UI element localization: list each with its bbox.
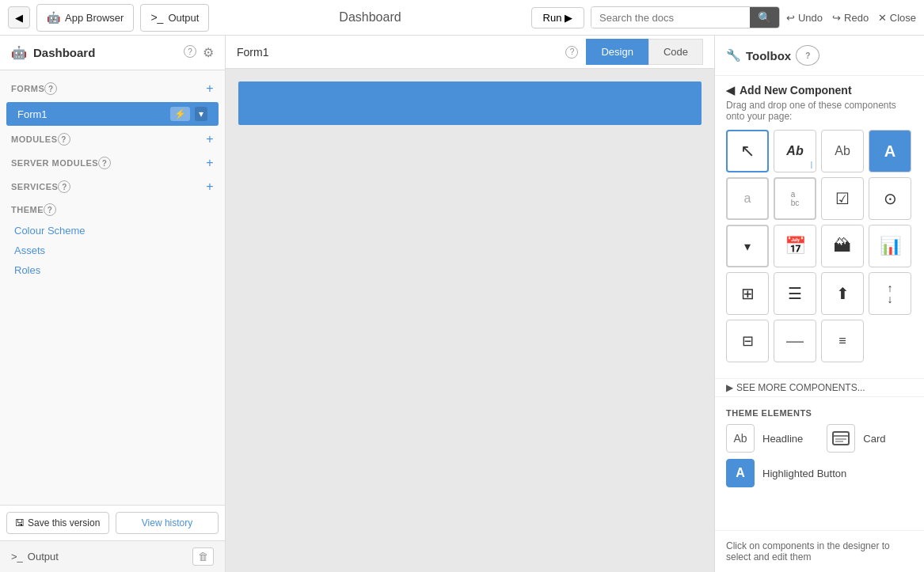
output-delete-button[interactable]: 🗑: [192, 547, 214, 566]
component-image[interactable]: 🏔: [821, 225, 864, 267]
modules-label: MODULES: [11, 134, 58, 144]
assets-link[interactable]: Assets: [11, 241, 214, 260]
checkbox-icon: ☑: [835, 189, 850, 208]
output-prefix: >_: [11, 551, 23, 563]
component-datepicker[interactable]: 📅: [774, 225, 816, 267]
component-radio[interactable]: ⊙: [869, 177, 911, 220]
theme-label: THEME: [11, 205, 44, 214]
canvas-header: Form1 ? Design Code: [226, 36, 714, 69]
see-more-label: SEE MORE COMPONENTS...: [736, 382, 865, 393]
form1-lightning-icon[interactable]: ⚡: [170, 107, 190, 121]
card-icon[interactable]: [827, 424, 855, 453]
toolbox-title: Toolbox: [746, 49, 791, 63]
search-bar: 🔍: [591, 6, 780, 28]
component-rich-text[interactable]: ≡: [821, 320, 864, 362]
form1-item[interactable]: Form1 ⚡ ▾: [6, 102, 219, 126]
view-history-link[interactable]: View history: [116, 512, 219, 534]
forms-label: FORMS: [11, 84, 44, 93]
input-icon: a: [744, 191, 751, 206]
component-text-cursor[interactable]: Ab |: [774, 130, 816, 172]
component-label[interactable]: Ab: [821, 130, 864, 172]
tab-design[interactable]: Design: [586, 39, 648, 65]
output-title: >_ Output: [11, 551, 192, 563]
tab-appbrowser[interactable]: 🤖 App Browser: [36, 4, 134, 32]
theme-links-section: Colour Scheme Assets Roles: [0, 221, 225, 280]
canvas-body[interactable]: [226, 69, 714, 572]
headline-icon[interactable]: Ab: [726, 424, 755, 453]
theme-element-headline: Ab Headline Card: [726, 424, 913, 453]
sidebar: 🤖 Dashboard ? ⚙ FORMS ? + Form1 ⚡ ▾: [0, 36, 226, 572]
appbrowser-tab-label: App Browser: [65, 12, 124, 24]
highlighted-button-icon[interactable]: A: [726, 459, 755, 487]
forms-help-icon[interactable]: ?: [44, 82, 57, 95]
theme-elements-title: THEME ELEMENTS: [726, 408, 913, 418]
tab-code[interactable]: Code: [648, 39, 703, 65]
hline-icon: —: [786, 331, 804, 351]
image-icon: 🏔: [834, 236, 851, 256]
save-version-button[interactable]: 🖫 Save this version: [6, 512, 109, 534]
search-button[interactable]: 🔍: [750, 7, 779, 28]
component-datagrid[interactable]: ⊞: [726, 272, 769, 315]
datagrid-icon: ⊞: [741, 284, 755, 303]
component-chart[interactable]: 📊: [869, 225, 911, 267]
component-input[interactable]: a: [726, 177, 769, 220]
label-icon: Ab: [835, 144, 850, 158]
undo-button[interactable]: ↩ Undo: [786, 12, 823, 24]
sidebar-help-icon[interactable]: ?: [184, 45, 196, 58]
theme-element-highlighted-button: A Highlighted Button: [726, 459, 913, 487]
canvas-help-icon[interactable]: ?: [565, 46, 578, 59]
add-service-button[interactable]: +: [206, 180, 214, 194]
back-button[interactable]: ◀: [8, 6, 30, 28]
services-section-header: SERVICES ? +: [0, 175, 225, 199]
roles-link[interactable]: Roles: [11, 260, 214, 280]
run-button[interactable]: Run ▶: [531, 7, 584, 28]
columns-icon: ⊟: [742, 332, 754, 350]
output-tab-label: Output: [168, 12, 199, 24]
chart-icon: 📊: [880, 236, 901, 256]
component-upload[interactable]: ⬆: [821, 272, 864, 315]
component-textarea[interactable]: abc: [774, 177, 816, 220]
tab-output[interactable]: >_ Output: [140, 4, 209, 32]
click-hint: Click on components in the designer to s…: [715, 530, 924, 572]
sidebar-header-icons: ? ⚙: [184, 45, 214, 60]
theme-help-icon[interactable]: ?: [44, 203, 56, 216]
radio-icon: ⊙: [884, 189, 897, 208]
see-more-button[interactable]: ▶ SEE MORE COMPONENTS...: [715, 378, 924, 397]
toolbox: 🔧 Toolbox ? ◀ Add New Component Drag and…: [714, 36, 924, 572]
search-input[interactable]: [591, 8, 750, 28]
component-repeater[interactable]: ☰: [774, 272, 816, 315]
component-dropdown[interactable]: ▾: [726, 225, 769, 267]
component-button[interactable]: A: [869, 130, 911, 172]
sidebar-header: 🤖 Dashboard ? ⚙: [0, 36, 225, 70]
toolbox-help-icon[interactable]: ?: [796, 45, 819, 66]
component-columns[interactable]: ⊟: [726, 320, 769, 362]
add-server-module-button[interactable]: +: [206, 156, 214, 170]
form1-dropdown-icon[interactable]: ▾: [195, 107, 207, 121]
server-modules-help-icon[interactable]: ?: [98, 157, 111, 169]
save-label: Save this version: [28, 517, 100, 528]
canvas-tabs: Design Code: [586, 39, 703, 65]
services-label: SERVICES: [11, 182, 58, 191]
component-hline[interactable]: —: [774, 320, 816, 362]
colour-scheme-link[interactable]: Colour Scheme: [11, 221, 214, 241]
form1-label: Form1: [17, 108, 170, 120]
canvas-form-title: Form1: [237, 46, 557, 59]
card-label: Card: [863, 433, 885, 445]
canvas-area: Form1 ? Design Code: [226, 36, 714, 572]
add-form-button[interactable]: +: [206, 81, 214, 96]
component-checkbox[interactable]: ☑: [821, 177, 864, 220]
sidebar-gear-icon[interactable]: ⚙: [203, 45, 214, 60]
modules-help-icon[interactable]: ?: [58, 133, 70, 146]
add-module-button[interactable]: +: [206, 132, 214, 146]
component-grid: ↖ Ab | Ab A a abc: [726, 130, 913, 362]
component-spacer[interactable]: ↑↓: [869, 272, 911, 315]
component-pointer[interactable]: ↖: [726, 130, 769, 172]
services-help-icon[interactable]: ?: [58, 180, 70, 193]
add-component-collapse-icon[interactable]: ◀: [726, 84, 735, 97]
redo-button[interactable]: ↪ Redo: [832, 12, 869, 24]
svg-rect-0: [833, 432, 849, 445]
appbrowser-tab-icon: 🤖: [47, 11, 60, 24]
close-button[interactable]: ✕ Close: [878, 12, 916, 24]
add-component-title: ◀ Add New Component: [726, 84, 913, 97]
text-cursor-icon: Ab: [786, 144, 803, 158]
